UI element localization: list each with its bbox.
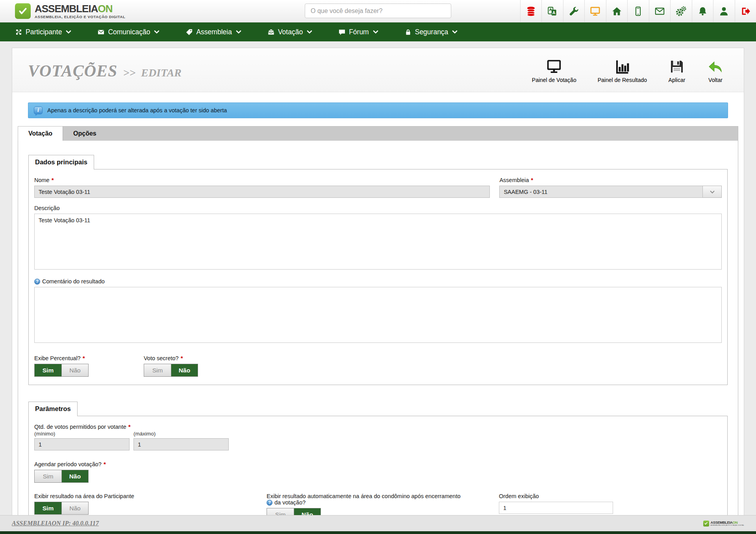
main-navigation: Participante Comunicação Assembleia Vota… xyxy=(0,22,756,41)
assembleia-dropdown-button[interactable] xyxy=(703,186,722,198)
footer-brand-main: ASSEMBLEIA xyxy=(711,521,733,525)
maximo-input[interactable] xyxy=(133,438,229,450)
monitor-icon[interactable] xyxy=(584,0,606,22)
tab-content-votacao: Dados principais Nome * Assembleia xyxy=(18,141,738,534)
chevron-down-icon xyxy=(236,29,241,35)
nav-label: Fórum xyxy=(349,28,369,36)
ordem-exibicao-input[interactable] xyxy=(499,502,613,514)
nav-label: Comunicação xyxy=(108,28,150,36)
breadcrumb-separator: >> xyxy=(123,67,135,79)
assembleia-label: Assembleia xyxy=(499,177,529,183)
painel-resultado-button[interactable]: Aplicar Painel de Resultado xyxy=(598,59,647,83)
logout-icon[interactable] xyxy=(735,0,756,22)
footer-ip-link[interactable]: ASSEMBLEIAON IP: 40.0.0.117 xyxy=(12,520,99,527)
descricao-label: Descrição xyxy=(34,205,59,211)
undo-arrow-icon xyxy=(707,59,724,74)
agendar-periodo-group: Agendar período votação? * Sim Não xyxy=(34,461,722,483)
chevron-down-icon xyxy=(66,29,71,35)
exibe-percentual-nao-button[interactable]: Não xyxy=(61,364,88,376)
gears-icon[interactable] xyxy=(670,0,692,22)
page-title: VOTAÇÕES xyxy=(28,61,117,80)
agendar-sim-button[interactable]: Sim xyxy=(35,470,61,482)
ordem-exibicao-label: Ordem exibição xyxy=(499,493,539,499)
comentario-textarea[interactable] xyxy=(34,287,722,343)
voto-secreto-group: Voto secreto? * Sim Não xyxy=(144,355,198,377)
page-title-row: VOTAÇÕES >> EDITAR Painel de Votação Apl… xyxy=(12,48,744,92)
chevron-down-icon xyxy=(373,29,378,35)
exibir-resultado-toggle: Sim Não xyxy=(34,502,89,515)
bell-icon[interactable] xyxy=(692,0,713,22)
assembleia-field-group: Assembleia * xyxy=(499,177,722,198)
nav-item-forum[interactable]: Fórum xyxy=(338,28,378,36)
assembleia-select[interactable] xyxy=(499,186,722,198)
info-banner: i Apenas a descrição poderá ser alterada… xyxy=(28,102,728,118)
nome-label: Nome xyxy=(34,177,50,183)
help-icon[interactable]: ? xyxy=(267,500,272,506)
action-label: Painel de Resultado xyxy=(598,77,647,83)
agendar-nao-button[interactable]: Não xyxy=(61,470,88,482)
mail-icon xyxy=(97,28,105,36)
floppy-disk-icon xyxy=(668,59,686,74)
comentario-label: Comentário do resultado xyxy=(42,278,105,285)
voto-secreto-toggle: Sim Não xyxy=(144,364,198,377)
agendar-periodo-label: Agendar período votação? xyxy=(34,461,102,467)
voltar-button[interactable]: Voltar xyxy=(707,59,724,83)
dados-principais-section: Dados principais Nome * Assembleia xyxy=(28,169,728,385)
top-header: ASSEMBLEIAON ASSEMBLEIA, ELEIÇÃO E VOTAÇ… xyxy=(0,0,756,22)
home-icon[interactable] xyxy=(606,0,628,22)
header-icon-bar: A xyxy=(520,0,756,22)
tab-label: Votação xyxy=(28,130,52,137)
footer-brand-accent: ON xyxy=(733,521,738,525)
minimo-field: (mínimo) xyxy=(34,431,130,450)
search-input[interactable] xyxy=(305,4,451,18)
aplicar-button[interactable]: Aplicar xyxy=(668,59,686,83)
voto-secreto-label: Voto secreto? xyxy=(144,355,179,361)
exibir-auto-label-line1: Exibir resultado automaticamente na área… xyxy=(267,493,460,499)
exibe-percentual-sim-button[interactable]: Sim xyxy=(35,364,61,376)
brand-logo[interactable]: ASSEMBLEIAON ASSEMBLEIA, ELEIÇÃO E VOTAÇ… xyxy=(0,3,165,19)
toggles-row: Exibe Percentual? * Sim Não Voto secreto… xyxy=(34,355,722,377)
exibir-resultado-sim-button[interactable]: Sim xyxy=(35,502,61,514)
nav-label: Segurança xyxy=(415,28,448,36)
nav-item-comunicacao[interactable]: Comunicação xyxy=(97,28,159,36)
lock-icon xyxy=(404,28,412,36)
required-marker: * xyxy=(531,177,533,183)
brand-main: ASSEMBLEIA xyxy=(35,3,98,15)
user-icon[interactable] xyxy=(713,0,735,22)
descricao-field-group: Descrição Teste Votação 03-11 xyxy=(34,205,722,271)
assembleia-value[interactable] xyxy=(499,186,703,198)
nav-item-seguranca[interactable]: Segurança xyxy=(404,28,458,36)
info-icon: i xyxy=(34,106,43,114)
exibir-resultado-nao-button[interactable]: Não xyxy=(61,502,88,514)
exibir-auto-label-line2: da votação? xyxy=(274,499,306,506)
comentario-field-group: ? Comentário do resultado xyxy=(34,278,722,344)
exibe-percentual-toggle: Sim Não xyxy=(34,364,89,377)
nav-item-assembleia[interactable]: Assembleia xyxy=(185,28,241,36)
mobile-icon[interactable] xyxy=(627,0,649,22)
translate-icon[interactable]: A xyxy=(541,0,563,22)
maximo-label: (máximo) xyxy=(133,431,229,437)
wrench-icon[interactable] xyxy=(563,0,585,22)
database-icon[interactable] xyxy=(520,0,542,22)
tab-votacao[interactable]: Votação xyxy=(18,127,63,141)
help-icon[interactable]: ? xyxy=(34,279,40,285)
nav-item-participante[interactable]: Participante xyxy=(15,28,71,36)
tab-zone: Votação Opções Dados principais Nome * xyxy=(18,126,738,534)
agendar-periodo-toggle: Sim Não xyxy=(34,470,89,483)
participants-grid-icon xyxy=(15,28,22,36)
tab-opcoes[interactable]: Opções xyxy=(63,127,107,141)
nome-input[interactable] xyxy=(34,186,490,198)
speech-bubble-icon xyxy=(338,28,346,36)
maximo-field: (máximo) xyxy=(133,431,229,450)
mail-icon[interactable] xyxy=(649,0,671,22)
required-marker: * xyxy=(52,177,54,183)
tab-label: Opções xyxy=(73,130,96,137)
painel-votacao-button[interactable]: Painel de Votação xyxy=(532,59,576,83)
descricao-textarea[interactable]: Teste Votação 03-11 xyxy=(34,214,722,270)
voto-secreto-nao-button[interactable]: Não xyxy=(171,364,198,376)
minimo-input[interactable] xyxy=(34,438,130,450)
qtd-votos-label: Qtd. de votos permitidos por votante xyxy=(34,424,126,430)
nav-item-votacao[interactable]: Votação xyxy=(267,28,312,36)
tag-icon xyxy=(185,28,193,36)
voto-secreto-sim-button[interactable]: Sim xyxy=(144,364,171,376)
